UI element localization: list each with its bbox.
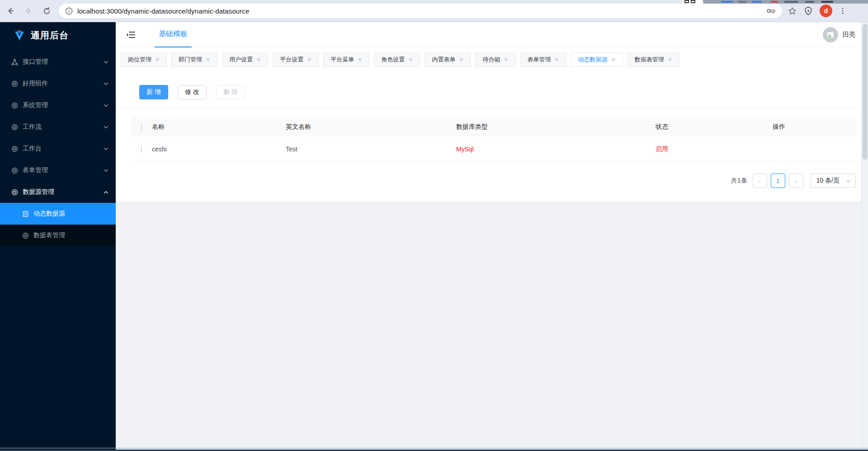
logo[interactable]: 通用后台: [0, 22, 116, 48]
sidebar-item-label: 系统管理: [23, 101, 104, 109]
tag-label: 角色设置: [381, 56, 405, 64]
sidebar-item-label: 工作台: [23, 145, 104, 153]
column-header-en-name: 英文名称: [286, 123, 456, 131]
tag-label: 表单管理: [528, 56, 551, 64]
logo-shield-icon: [14, 29, 25, 41]
user-menu[interactable]: 田亮: [823, 27, 855, 42]
background-window-icons: [683, 0, 703, 4]
browser-profile-avatar[interactable]: d: [820, 5, 832, 17]
prev-page-button[interactable]: ‹: [753, 174, 767, 188]
url-text[interactable]: localhost:3000/dynamic-datasource/dynami…: [77, 7, 249, 15]
extension-icon[interactable]: [803, 6, 813, 16]
tag-dept-mgmt[interactable]: 部门管理✕: [171, 52, 217, 67]
tag-label: 部门管理: [179, 56, 202, 64]
tab-basic-template[interactable]: 基础模板: [155, 22, 192, 47]
sidebar-item-label: 工作流: [23, 123, 104, 131]
sidebar-menu: 接口管理 好用组件 系统管理 工作流: [0, 48, 116, 246]
tag-user-settings[interactable]: 用户设置✕: [222, 52, 268, 67]
chevron-down-icon: [104, 81, 108, 86]
tag-post-mgmt[interactable]: 岗位管理✕: [121, 52, 167, 67]
tag-label: 待办箱: [482, 56, 500, 64]
table-row[interactable]: ceshi Test MySql 启用: [131, 137, 857, 162]
bookmark-star-icon[interactable]: [788, 6, 797, 16]
tag-builtin-form[interactable]: 内置表单✕: [425, 52, 471, 67]
chevron-down-icon: [104, 125, 108, 130]
close-icon[interactable]: ✕: [668, 56, 672, 63]
chevron-down-icon: [104, 146, 108, 151]
sidebar-item-components[interactable]: 好用组件: [0, 73, 116, 94]
sidebar-item-datatable[interactable]: 数据表管理: [0, 225, 116, 246]
add-button[interactable]: 新 增: [139, 85, 168, 99]
chevron-down-icon: [104, 60, 108, 65]
cell-name: ceshi: [152, 146, 286, 153]
datasource-table: 名称 英文名称 数据库类型 状态 操作 ceshi Test MySql 启用: [131, 117, 857, 162]
aim-icon: [11, 123, 18, 131]
row-checkbox[interactable]: [141, 145, 142, 153]
forward-icon[interactable]: [21, 3, 36, 19]
sidebar-item-form[interactable]: 表单管理: [0, 160, 116, 181]
page-1-button[interactable]: 1: [771, 174, 785, 188]
sidebar-item-workbench[interactable]: 工作台: [0, 138, 116, 160]
delete-button[interactable]: 删 除: [216, 85, 245, 99]
sidebar-item-workflow[interactable]: 工作流: [0, 116, 116, 138]
bottom-window-edge: [0, 448, 868, 451]
close-icon[interactable]: ✕: [611, 56, 616, 63]
close-icon[interactable]: ✕: [555, 56, 559, 63]
aim-icon: [22, 232, 29, 239]
tag-role-settings[interactable]: 角色设置✕: [374, 52, 420, 67]
chevron-down-icon: [104, 168, 108, 173]
reload-icon[interactable]: [39, 3, 54, 19]
divider: [116, 107, 868, 108]
cell-en-name: Test: [286, 146, 456, 153]
menu-fold-icon[interactable]: [126, 30, 136, 40]
close-icon[interactable]: ✕: [459, 56, 463, 63]
close-icon[interactable]: ✕: [358, 56, 362, 63]
main-area: 基础模板 田亮 岗位管理✕ 部门管理✕ 用户设置✕ 平台设置✕ 平台菜单✕ 角色…: [116, 22, 868, 451]
tag-label: 动态数据源: [578, 56, 608, 64]
browser-menu-icon[interactable]: [839, 7, 847, 15]
sidebar-item-api[interactable]: 接口管理: [0, 51, 116, 73]
app-title: 通用后台: [31, 29, 69, 42]
tag-form-mgmt[interactable]: 表单管理✕: [520, 52, 566, 67]
scrollbar-thumb[interactable]: [863, 24, 868, 160]
tag-label: 用户设置: [229, 56, 253, 64]
edit-button[interactable]: 修 改: [178, 85, 207, 99]
address-bar[interactable]: localhost:3000/dynamic-datasource/dynami…: [59, 4, 782, 18]
site-info-icon[interactable]: [65, 7, 73, 15]
sidebar-item-label: 动态数据源: [33, 210, 65, 218]
sidebar-item-system[interactable]: 系统管理: [0, 94, 116, 116]
close-icon[interactable]: ✕: [307, 56, 311, 63]
tag-label: 平台菜单: [330, 56, 354, 64]
page-scrollbar[interactable]: [861, 22, 868, 448]
tag-datatable-mgmt[interactable]: 数据表管理✕: [627, 52, 679, 67]
close-icon[interactable]: ✕: [155, 56, 160, 63]
select-all-checkbox[interactable]: [141, 123, 142, 131]
close-icon[interactable]: ✕: [504, 56, 508, 63]
aim-icon: [11, 145, 18, 152]
content-card: 岗位管理✕ 部门管理✕ 用户设置✕ 平台设置✕ 平台菜单✕ 角色设置✕ 内置表单…: [116, 47, 868, 202]
tag-dynamic-datasource[interactable]: 动态数据源✕: [571, 52, 623, 67]
aim-icon: [11, 188, 18, 196]
sidebar-item-label: 数据源管理: [23, 188, 104, 196]
tag-bar: 岗位管理✕ 部门管理✕ 用户设置✕ 平台设置✕ 平台菜单✕ 角色设置✕ 内置表单…: [116, 47, 868, 72]
tag-todo-box[interactable]: 待办箱✕: [475, 52, 515, 67]
page-size-select[interactable]: 10 条/页: [811, 174, 856, 188]
sidebar-item-datasource[interactable]: 数据源管理: [0, 181, 116, 203]
tag-platform-menu[interactable]: 平台菜单✕: [323, 52, 369, 67]
background-window-edge: [683, 0, 868, 4]
sidebar-item-label: 表单管理: [23, 166, 104, 174]
tag-label: 内置表单: [432, 56, 455, 64]
aim-icon: [11, 80, 18, 87]
close-icon[interactable]: ✕: [408, 56, 413, 63]
cell-status: 启用: [656, 145, 773, 153]
password-key-icon[interactable]: [766, 6, 776, 16]
tag-platform-settings[interactable]: 平台设置✕: [273, 52, 319, 67]
api-icon: [11, 58, 18, 66]
close-icon[interactable]: ✕: [206, 56, 210, 63]
sidebar-item-dynamic-datasource[interactable]: 动态数据源: [0, 203, 116, 225]
close-icon[interactable]: ✕: [256, 56, 261, 63]
back-icon[interactable]: [3, 3, 18, 19]
next-page-button[interactable]: ›: [789, 174, 803, 188]
screen: localhost:3000/dynamic-datasource/dynami…: [0, 0, 868, 451]
action-toolbar: 新 增 修 改 删 除: [116, 72, 868, 99]
